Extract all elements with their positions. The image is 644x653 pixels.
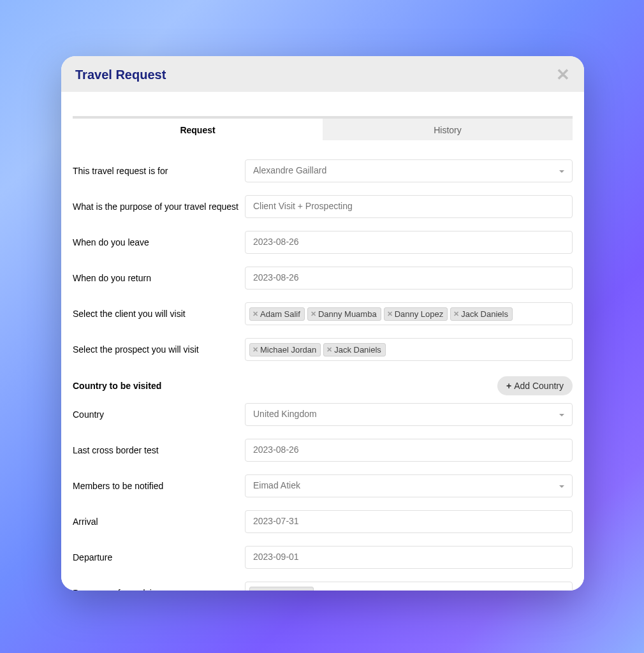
label-prospect: Select the prospect you will visit bbox=[73, 344, 245, 355]
label-country: Country bbox=[73, 409, 245, 420]
plus-icon: + bbox=[506, 381, 511, 391]
tag-label: Adam Salif bbox=[260, 309, 300, 319]
tag-label: Jack Daniels bbox=[334, 345, 381, 355]
select-country[interactable]: United Kingdom bbox=[245, 403, 573, 426]
label-client: Select the client you will visit bbox=[73, 309, 245, 319]
label-advisor: Presence of an advisor bbox=[73, 588, 245, 591]
select-request-for[interactable]: Alexandre Gaillard bbox=[245, 159, 573, 182]
tagbox-prospects[interactable]: ✕Michael Jordan ✕Jack Daniels bbox=[245, 338, 573, 361]
tagbox-advisor[interactable]: ✕Ghalia Khalid bbox=[245, 582, 573, 591]
label-departure: Departure bbox=[73, 552, 245, 562]
add-country-button[interactable]: + Add Country bbox=[497, 376, 573, 395]
remove-tag-icon[interactable]: ✕ bbox=[326, 346, 332, 354]
remove-tag-icon[interactable]: ✕ bbox=[311, 310, 316, 318]
modal-body: Request History This travel request is f… bbox=[61, 92, 584, 591]
tag-advisor: ✕Ghalia Khalid bbox=[249, 587, 314, 591]
input-purpose[interactable]: Client Visit + Prospecting bbox=[245, 195, 573, 218]
remove-tag-icon[interactable]: ✕ bbox=[387, 310, 393, 318]
select-members[interactable]: Eimad Atiek bbox=[245, 474, 573, 497]
input-arrival-date[interactable]: 2023-07-31 bbox=[245, 510, 573, 533]
tag-label: Ghalia Khalid bbox=[260, 589, 309, 591]
close-icon[interactable]: ✕ bbox=[556, 66, 570, 83]
input-return-date[interactable]: 2023-08-26 bbox=[245, 267, 573, 290]
tag-client: ✕Jack Daniels bbox=[450, 307, 513, 321]
add-country-label: Add Country bbox=[514, 381, 564, 391]
tag-prospect: ✕Jack Daniels bbox=[323, 343, 386, 356]
label-return: When do you return bbox=[73, 273, 245, 283]
label-request-for: This travel request is for bbox=[73, 166, 245, 176]
tag-label: Danny Muamba bbox=[318, 309, 377, 319]
input-leave-date[interactable]: 2023-08-26 bbox=[245, 231, 573, 254]
remove-tag-icon[interactable]: ✕ bbox=[453, 310, 459, 318]
label-arrival: Arrival bbox=[73, 517, 245, 527]
label-members: Members to be notified bbox=[73, 481, 245, 491]
tab-request[interactable]: Request bbox=[73, 116, 323, 140]
modal-title: Travel Request bbox=[75, 68, 166, 82]
tag-client: ✕Danny Muamba bbox=[307, 307, 381, 321]
tag-client: ✕Danny Lopez bbox=[384, 307, 448, 321]
tag-label: Danny Lopez bbox=[395, 309, 444, 319]
label-last-test: Last cross border test bbox=[73, 445, 245, 455]
tab-history[interactable]: History bbox=[323, 116, 573, 140]
tabs: Request History bbox=[73, 116, 573, 140]
remove-tag-icon[interactable]: ✕ bbox=[252, 310, 258, 318]
modal-header: Travel Request ✕ bbox=[61, 56, 584, 92]
tagbox-clients[interactable]: ✕Adam Salif ✕Danny Muamba ✕Danny Lopez ✕… bbox=[245, 302, 573, 325]
label-leave: When do you leave bbox=[73, 237, 245, 247]
tag-label: Jack Daniels bbox=[461, 309, 508, 319]
tag-client: ✕Adam Salif bbox=[249, 307, 305, 321]
tag-prospect: ✕Michael Jordan bbox=[249, 343, 321, 356]
form: This travel request is for Alexandre Gai… bbox=[73, 140, 573, 591]
section-country-heading: Country to be visited bbox=[73, 381, 161, 391]
remove-tag-icon[interactable]: ✕ bbox=[252, 589, 258, 591]
travel-request-modal: Travel Request ✕ Request History This tr… bbox=[61, 56, 584, 591]
remove-tag-icon[interactable]: ✕ bbox=[252, 346, 258, 354]
input-departure-date[interactable]: 2023-09-01 bbox=[245, 546, 573, 569]
input-last-test-date[interactable]: 2023-08-26 bbox=[245, 439, 573, 462]
tag-label: Michael Jordan bbox=[260, 345, 316, 355]
label-purpose: What is the purpose of your travel reque… bbox=[73, 202, 245, 212]
